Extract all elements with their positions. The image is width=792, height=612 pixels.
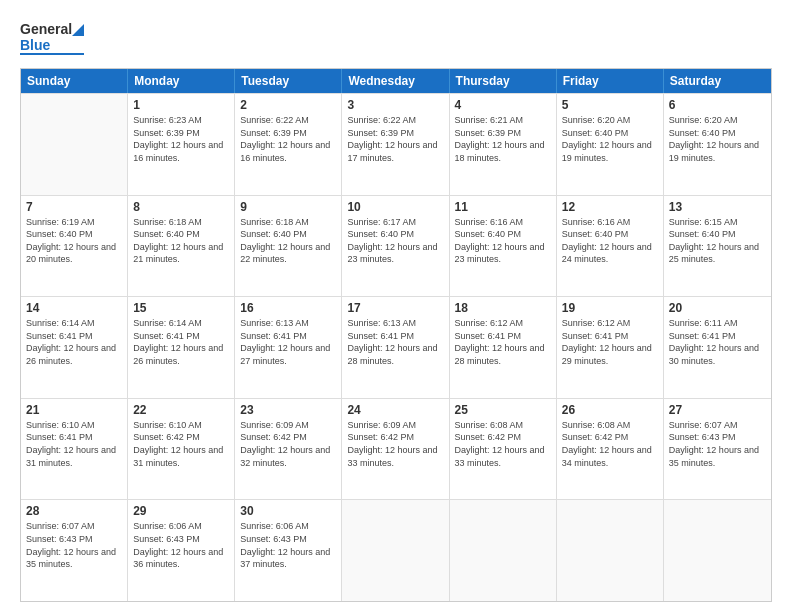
calendar-cell: 19Sunrise: 6:12 AMSunset: 6:41 PMDayligh… [557,297,664,398]
calendar-header-wednesday: Wednesday [342,69,449,93]
calendar-cell: 3Sunrise: 6:22 AMSunset: 6:39 PMDaylight… [342,94,449,195]
day-info: Sunrise: 6:23 AMSunset: 6:39 PMDaylight:… [133,114,229,164]
calendar-cell [450,500,557,601]
day-info: Sunrise: 6:13 AMSunset: 6:41 PMDaylight:… [240,317,336,367]
day-number: 4 [455,98,551,112]
calendar-header-sunday: Sunday [21,69,128,93]
calendar-cell: 22Sunrise: 6:10 AMSunset: 6:42 PMDayligh… [128,399,235,500]
calendar-header: SundayMondayTuesdayWednesdayThursdayFrid… [21,69,771,93]
day-number: 29 [133,504,229,518]
calendar-cell: 26Sunrise: 6:08 AMSunset: 6:42 PMDayligh… [557,399,664,500]
day-info: Sunrise: 6:18 AMSunset: 6:40 PMDaylight:… [240,216,336,266]
calendar-cell: 1Sunrise: 6:23 AMSunset: 6:39 PMDaylight… [128,94,235,195]
calendar-cell [342,500,449,601]
day-number: 24 [347,403,443,417]
day-info: Sunrise: 6:19 AMSunset: 6:40 PMDaylight:… [26,216,122,266]
logo: General Blue [20,16,90,58]
calendar-header-monday: Monday [128,69,235,93]
day-number: 11 [455,200,551,214]
day-info: Sunrise: 6:16 AMSunset: 6:40 PMDaylight:… [562,216,658,266]
day-number: 20 [669,301,766,315]
logo-svg: General Blue [20,16,90,58]
calendar-cell: 7Sunrise: 6:19 AMSunset: 6:40 PMDaylight… [21,196,128,297]
day-info: Sunrise: 6:12 AMSunset: 6:41 PMDaylight:… [455,317,551,367]
day-info: Sunrise: 6:09 AMSunset: 6:42 PMDaylight:… [347,419,443,469]
calendar-cell: 6Sunrise: 6:20 AMSunset: 6:40 PMDaylight… [664,94,771,195]
day-number: 5 [562,98,658,112]
day-info: Sunrise: 6:18 AMSunset: 6:40 PMDaylight:… [133,216,229,266]
calendar-body: 1Sunrise: 6:23 AMSunset: 6:39 PMDaylight… [21,93,771,601]
day-info: Sunrise: 6:22 AMSunset: 6:39 PMDaylight:… [347,114,443,164]
day-info: Sunrise: 6:11 AMSunset: 6:41 PMDaylight:… [669,317,766,367]
calendar-cell: 9Sunrise: 6:18 AMSunset: 6:40 PMDaylight… [235,196,342,297]
calendar-cell: 20Sunrise: 6:11 AMSunset: 6:41 PMDayligh… [664,297,771,398]
day-info: Sunrise: 6:08 AMSunset: 6:42 PMDaylight:… [455,419,551,469]
calendar-header-friday: Friday [557,69,664,93]
calendar-cell: 18Sunrise: 6:12 AMSunset: 6:41 PMDayligh… [450,297,557,398]
day-number: 28 [26,504,122,518]
day-info: Sunrise: 6:20 AMSunset: 6:40 PMDaylight:… [562,114,658,164]
header: General Blue [20,16,772,58]
svg-text:General: General [20,21,72,37]
day-info: Sunrise: 6:21 AMSunset: 6:39 PMDaylight:… [455,114,551,164]
svg-text:Blue: Blue [20,37,51,53]
calendar-week-5: 28Sunrise: 6:07 AMSunset: 6:43 PMDayligh… [21,499,771,601]
day-number: 13 [669,200,766,214]
day-number: 22 [133,403,229,417]
calendar-cell: 10Sunrise: 6:17 AMSunset: 6:40 PMDayligh… [342,196,449,297]
calendar-cell: 30Sunrise: 6:06 AMSunset: 6:43 PMDayligh… [235,500,342,601]
calendar-cell: 8Sunrise: 6:18 AMSunset: 6:40 PMDaylight… [128,196,235,297]
calendar-week-1: 1Sunrise: 6:23 AMSunset: 6:39 PMDaylight… [21,93,771,195]
day-info: Sunrise: 6:10 AMSunset: 6:41 PMDaylight:… [26,419,122,469]
day-info: Sunrise: 6:17 AMSunset: 6:40 PMDaylight:… [347,216,443,266]
calendar: SundayMondayTuesdayWednesdayThursdayFrid… [20,68,772,602]
day-number: 8 [133,200,229,214]
calendar-cell: 4Sunrise: 6:21 AMSunset: 6:39 PMDaylight… [450,94,557,195]
day-number: 10 [347,200,443,214]
day-info: Sunrise: 6:22 AMSunset: 6:39 PMDaylight:… [240,114,336,164]
calendar-cell: 17Sunrise: 6:13 AMSunset: 6:41 PMDayligh… [342,297,449,398]
calendar-cell: 23Sunrise: 6:09 AMSunset: 6:42 PMDayligh… [235,399,342,500]
calendar-cell: 2Sunrise: 6:22 AMSunset: 6:39 PMDaylight… [235,94,342,195]
day-info: Sunrise: 6:09 AMSunset: 6:42 PMDaylight:… [240,419,336,469]
day-info: Sunrise: 6:07 AMSunset: 6:43 PMDaylight:… [26,520,122,570]
day-number: 18 [455,301,551,315]
day-number: 7 [26,200,122,214]
calendar-week-2: 7Sunrise: 6:19 AMSunset: 6:40 PMDaylight… [21,195,771,297]
calendar-cell: 5Sunrise: 6:20 AMSunset: 6:40 PMDaylight… [557,94,664,195]
calendar-cell: 21Sunrise: 6:10 AMSunset: 6:41 PMDayligh… [21,399,128,500]
day-number: 17 [347,301,443,315]
day-number: 15 [133,301,229,315]
day-number: 19 [562,301,658,315]
calendar-header-thursday: Thursday [450,69,557,93]
day-number: 21 [26,403,122,417]
calendar-cell: 13Sunrise: 6:15 AMSunset: 6:40 PMDayligh… [664,196,771,297]
day-number: 23 [240,403,336,417]
calendar-week-3: 14Sunrise: 6:14 AMSunset: 6:41 PMDayligh… [21,296,771,398]
day-info: Sunrise: 6:14 AMSunset: 6:41 PMDaylight:… [26,317,122,367]
day-info: Sunrise: 6:13 AMSunset: 6:41 PMDaylight:… [347,317,443,367]
day-info: Sunrise: 6:12 AMSunset: 6:41 PMDaylight:… [562,317,658,367]
day-number: 2 [240,98,336,112]
calendar-cell: 12Sunrise: 6:16 AMSunset: 6:40 PMDayligh… [557,196,664,297]
day-info: Sunrise: 6:07 AMSunset: 6:43 PMDaylight:… [669,419,766,469]
day-number: 16 [240,301,336,315]
page: General Blue SundayMondayTuesdayWednesda… [0,0,792,612]
day-number: 12 [562,200,658,214]
calendar-cell: 28Sunrise: 6:07 AMSunset: 6:43 PMDayligh… [21,500,128,601]
logo-image: General Blue [20,16,90,58]
calendar-cell [557,500,664,601]
day-info: Sunrise: 6:14 AMSunset: 6:41 PMDaylight:… [133,317,229,367]
calendar-cell: 16Sunrise: 6:13 AMSunset: 6:41 PMDayligh… [235,297,342,398]
calendar-cell: 24Sunrise: 6:09 AMSunset: 6:42 PMDayligh… [342,399,449,500]
day-number: 27 [669,403,766,417]
calendar-cell [21,94,128,195]
day-info: Sunrise: 6:20 AMSunset: 6:40 PMDaylight:… [669,114,766,164]
day-info: Sunrise: 6:10 AMSunset: 6:42 PMDaylight:… [133,419,229,469]
calendar-header-tuesday: Tuesday [235,69,342,93]
day-number: 25 [455,403,551,417]
calendar-cell: 29Sunrise: 6:06 AMSunset: 6:43 PMDayligh… [128,500,235,601]
day-number: 26 [562,403,658,417]
calendar-cell: 11Sunrise: 6:16 AMSunset: 6:40 PMDayligh… [450,196,557,297]
day-info: Sunrise: 6:16 AMSunset: 6:40 PMDaylight:… [455,216,551,266]
